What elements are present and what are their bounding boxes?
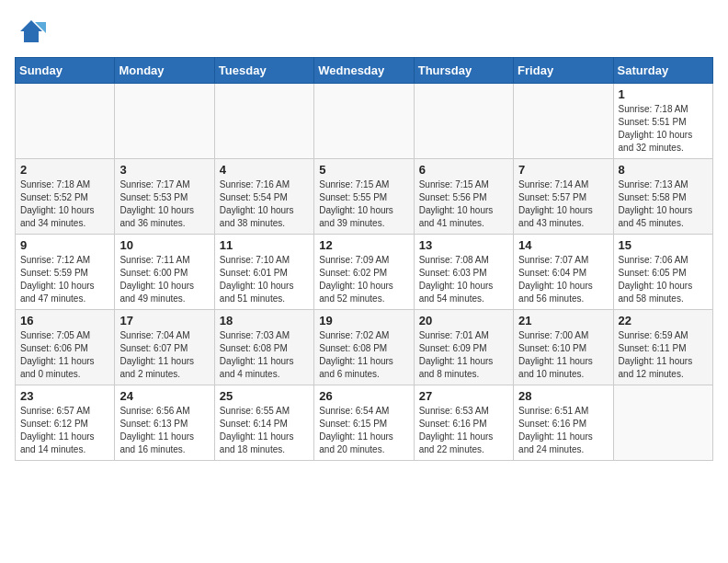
calendar-cell: 18Sunrise: 7:03 AM Sunset: 6:08 PM Dayli… [214, 310, 313, 385]
day-number: 9 [20, 238, 109, 252]
day-number: 25 [220, 389, 309, 403]
calendar-cell: 9Sunrise: 7:12 AM Sunset: 5:59 PM Daylig… [16, 235, 115, 310]
day-number: 3 [119, 163, 209, 177]
calendar-cell: 28Sunrise: 6:51 AM Sunset: 6:16 PM Dayli… [514, 385, 613, 461]
day-number: 15 [619, 238, 708, 252]
day-info: Sunrise: 7:09 AM Sunset: 6:02 PM Dayligh… [319, 254, 408, 305]
day-number: 12 [319, 238, 408, 252]
day-number: 24 [119, 389, 209, 403]
day-number: 7 [518, 163, 608, 177]
calendar-cell: 10Sunrise: 7:11 AM Sunset: 6:00 PM Dayli… [115, 235, 214, 310]
calendar-week-row: 9Sunrise: 7:12 AM Sunset: 5:59 PM Daylig… [16, 235, 713, 310]
day-number: 14 [518, 238, 608, 252]
calendar-cell: 20Sunrise: 7:01 AM Sunset: 6:09 PM Dayli… [414, 310, 513, 385]
day-number: 13 [419, 238, 508, 252]
calendar-cell [514, 84, 613, 159]
calendar-cell [314, 84, 414, 159]
day-number: 4 [220, 163, 309, 177]
day-info: Sunrise: 7:00 AM Sunset: 6:10 PM Dayligh… [518, 329, 608, 381]
calendar-week-row: 2Sunrise: 7:18 AM Sunset: 5:52 PM Daylig… [16, 159, 713, 235]
column-header-saturday: Saturday [613, 58, 712, 84]
day-info: Sunrise: 6:51 AM Sunset: 6:16 PM Dayligh… [518, 405, 608, 456]
day-info: Sunrise: 7:16 AM Sunset: 5:54 PM Dayligh… [220, 178, 309, 230]
day-number: 11 [220, 238, 309, 252]
calendar-cell: 4Sunrise: 7:16 AM Sunset: 5:54 PM Daylig… [214, 159, 313, 235]
day-info: Sunrise: 7:01 AM Sunset: 6:09 PM Dayligh… [419, 329, 508, 381]
day-number: 2 [20, 163, 109, 177]
calendar-cell: 6Sunrise: 7:15 AM Sunset: 5:56 PM Daylig… [414, 159, 513, 235]
calendar-cell: 12Sunrise: 7:09 AM Sunset: 6:02 PM Dayli… [314, 235, 414, 310]
calendar-cell: 14Sunrise: 7:07 AM Sunset: 6:04 PM Dayli… [514, 235, 613, 310]
day-info: Sunrise: 7:18 AM Sunset: 5:51 PM Dayligh… [619, 103, 708, 155]
day-info: Sunrise: 7:05 AM Sunset: 6:06 PM Dayligh… [20, 329, 109, 381]
column-header-tuesday: Tuesday [214, 58, 313, 84]
calendar-cell: 27Sunrise: 6:53 AM Sunset: 6:16 PM Dayli… [414, 385, 513, 461]
calendar-cell [16, 84, 115, 159]
calendar-cell: 23Sunrise: 6:57 AM Sunset: 6:12 PM Dayli… [16, 385, 115, 461]
day-number: 8 [619, 163, 708, 177]
calendar-cell: 11Sunrise: 7:10 AM Sunset: 6:01 PM Dayli… [214, 235, 313, 310]
calendar-cell [214, 84, 313, 159]
day-info: Sunrise: 6:53 AM Sunset: 6:16 PM Dayligh… [419, 405, 508, 456]
calendar-cell: 17Sunrise: 7:04 AM Sunset: 6:07 PM Dayli… [115, 310, 214, 385]
calendar-cell: 15Sunrise: 7:06 AM Sunset: 6:05 PM Dayli… [613, 235, 712, 310]
day-number: 1 [619, 87, 708, 101]
calendar-cell: 21Sunrise: 7:00 AM Sunset: 6:10 PM Dayli… [514, 310, 613, 385]
column-header-thursday: Thursday [414, 58, 513, 84]
calendar-cell: 2Sunrise: 7:18 AM Sunset: 5:52 PM Daylig… [16, 159, 115, 235]
day-info: Sunrise: 7:04 AM Sunset: 6:07 PM Dayligh… [119, 329, 209, 381]
day-number: 21 [518, 314, 608, 327]
day-info: Sunrise: 7:17 AM Sunset: 5:53 PM Dayligh… [119, 178, 209, 230]
day-number: 23 [20, 389, 109, 403]
calendar-cell: 8Sunrise: 7:13 AM Sunset: 5:58 PM Daylig… [613, 159, 712, 235]
day-number: 27 [419, 389, 508, 403]
column-header-wednesday: Wednesday [314, 58, 414, 84]
calendar-table: SundayMondayTuesdayWednesdayThursdayFrid… [15, 57, 713, 461]
calendar-cell: 7Sunrise: 7:14 AM Sunset: 5:57 PM Daylig… [514, 159, 613, 235]
day-info: Sunrise: 7:12 AM Sunset: 5:59 PM Dayligh… [20, 254, 109, 305]
calendar-cell: 16Sunrise: 7:05 AM Sunset: 6:06 PM Dayli… [16, 310, 115, 385]
day-info: Sunrise: 7:13 AM Sunset: 5:58 PM Dayligh… [619, 178, 708, 230]
column-header-monday: Monday [115, 58, 214, 84]
day-info: Sunrise: 7:11 AM Sunset: 6:00 PM Dayligh… [119, 254, 209, 305]
day-info: Sunrise: 7:15 AM Sunset: 5:56 PM Dayligh… [419, 178, 508, 230]
calendar-cell [613, 385, 712, 461]
logo [15, 15, 51, 48]
day-number: 20 [419, 314, 508, 327]
day-info: Sunrise: 7:03 AM Sunset: 6:08 PM Dayligh… [220, 329, 309, 381]
day-number: 10 [119, 238, 209, 252]
day-number: 19 [319, 314, 408, 327]
calendar-cell: 24Sunrise: 6:56 AM Sunset: 6:13 PM Dayli… [115, 385, 214, 461]
column-header-sunday: Sunday [16, 58, 115, 84]
day-info: Sunrise: 7:02 AM Sunset: 6:08 PM Dayligh… [319, 329, 408, 381]
column-header-friday: Friday [514, 58, 613, 84]
day-number: 28 [518, 389, 608, 403]
day-info: Sunrise: 7:08 AM Sunset: 6:03 PM Dayligh… [419, 254, 508, 305]
day-number: 17 [119, 314, 209, 327]
calendar-cell: 25Sunrise: 6:55 AM Sunset: 6:14 PM Dayli… [214, 385, 313, 461]
day-number: 16 [20, 314, 109, 327]
day-number: 22 [619, 314, 708, 327]
day-info: Sunrise: 6:57 AM Sunset: 6:12 PM Dayligh… [20, 405, 109, 456]
day-info: Sunrise: 6:54 AM Sunset: 6:15 PM Dayligh… [319, 405, 408, 456]
day-info: Sunrise: 7:10 AM Sunset: 6:01 PM Dayligh… [220, 254, 309, 305]
calendar-cell: 19Sunrise: 7:02 AM Sunset: 6:08 PM Dayli… [314, 310, 414, 385]
day-info: Sunrise: 6:55 AM Sunset: 6:14 PM Dayligh… [220, 405, 309, 456]
day-info: Sunrise: 6:59 AM Sunset: 6:11 PM Dayligh… [619, 329, 708, 381]
calendar-cell: 5Sunrise: 7:15 AM Sunset: 5:55 PM Daylig… [314, 159, 414, 235]
day-info: Sunrise: 7:06 AM Sunset: 6:05 PM Dayligh… [619, 254, 708, 305]
day-info: Sunrise: 7:07 AM Sunset: 6:04 PM Dayligh… [518, 254, 608, 305]
logo-icon [15, 15, 48, 48]
day-number: 18 [220, 314, 309, 327]
calendar-cell: 26Sunrise: 6:54 AM Sunset: 6:15 PM Dayli… [314, 385, 414, 461]
calendar-cell [115, 84, 214, 159]
calendar-week-row: 16Sunrise: 7:05 AM Sunset: 6:06 PM Dayli… [16, 310, 713, 385]
calendar-week-row: 23Sunrise: 6:57 AM Sunset: 6:12 PM Dayli… [16, 385, 713, 461]
day-number: 6 [419, 163, 508, 177]
day-info: Sunrise: 7:14 AM Sunset: 5:57 PM Dayligh… [518, 178, 608, 230]
day-number: 5 [319, 163, 408, 177]
day-info: Sunrise: 6:56 AM Sunset: 6:13 PM Dayligh… [119, 405, 209, 456]
day-info: Sunrise: 7:15 AM Sunset: 5:55 PM Dayligh… [319, 178, 408, 230]
day-number: 26 [319, 389, 408, 403]
day-info: Sunrise: 7:18 AM Sunset: 5:52 PM Dayligh… [20, 178, 109, 230]
